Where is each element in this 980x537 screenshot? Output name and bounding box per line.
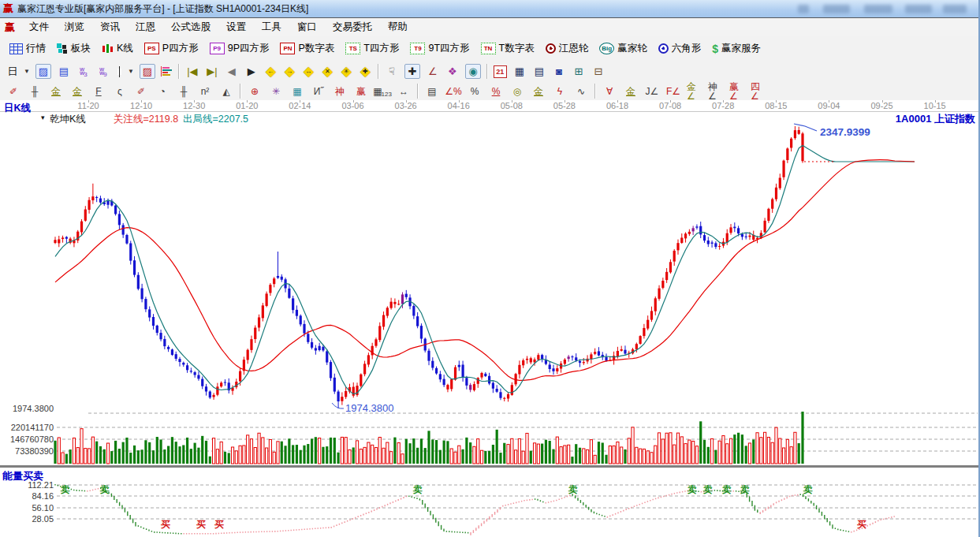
quotes-button[interactable]: 行情 (5, 39, 50, 58)
kline-chart-canvas[interactable]: 卖卖卖卖卖卖卖卖卖买买买买1974.3800220141170146760780… (0, 111, 980, 537)
menu-item-浏览[interactable]: 浏览 (57, 18, 92, 36)
menu-item-工具[interactable]: 工具 (254, 18, 289, 36)
t-number-table-button[interactable]: TNT数字表 (476, 39, 539, 58)
width-measure-icon[interactable]: ↔ (393, 84, 414, 99)
chart-area[interactable]: 卖卖卖卖卖卖卖卖卖买买买买1974.3800220141170146760780… (0, 111, 980, 537)
titlebar-control-blurred[interactable] (864, 5, 892, 13)
qiankun-kline-label[interactable]: 乾坤K线 (50, 113, 86, 126)
prev-bar-icon[interactable]: ◀ (222, 63, 241, 80)
shen-tool-icon[interactable]: 神 (330, 84, 350, 99)
titlebar-control-blurred[interactable] (943, 5, 967, 13)
f-angles-icon[interactable]: F∠ (663, 84, 684, 99)
calculator-icon[interactable]: ▦ (510, 63, 529, 80)
save-icon[interactable]: ◙ (550, 63, 568, 80)
volume-profile-icon[interactable] (158, 65, 175, 78)
sectors-button[interactable]: 板块 (52, 39, 95, 58)
winner-service-button[interactable]: $赢家服务 (707, 39, 766, 58)
gold-grid-1-icon[interactable]: 金 (46, 84, 66, 99)
grid-comb-icon[interactable]: ╫ (24, 84, 45, 99)
ying-angles-icon[interactable]: 赢∠ (727, 84, 747, 99)
spiral-icon[interactable]: ς (110, 84, 130, 99)
gann-flower-icon[interactable]: ❖ (443, 63, 462, 80)
j-angles-icon[interactable]: J∠ (642, 84, 662, 99)
gold-lines-icon[interactable]: 金 (528, 84, 549, 99)
t-square-button[interactable]: TST四方形 (341, 39, 404, 58)
p-number-table-button[interactable]: PNP数字表 (275, 39, 339, 58)
period-day-dropdown[interactable]: 日▼ (3, 63, 32, 80)
sell-signal: 卖 (60, 484, 70, 495)
star-burst-icon[interactable]: ✳ (266, 84, 286, 99)
flash-icon[interactable]: ϟ (550, 84, 570, 99)
expand-icon[interactable]: ◆✳ (337, 63, 356, 80)
time-clock-icon[interactable]: ◔ (152, 84, 173, 99)
title-bar[interactable]: 赢 赢家江恩专业版[赢家内部服务平台] - [上证指数 SH1A0001-234… (0, 0, 978, 18)
percent-line-icon[interactable]: % (486, 84, 506, 99)
shift-right-icon[interactable]: ◆→ (281, 63, 299, 80)
date-label-11-20: 11-20 (77, 101, 99, 110)
titlebar-control-blurred[interactable] (798, 5, 809, 13)
grid-123-icon[interactable]: ▦123 (372, 84, 393, 99)
calendar-21-icon[interactable]: 21 (491, 64, 509, 80)
nine-p-square-button[interactable]: P99P四方形 (205, 39, 274, 58)
hand-tool-icon[interactable]: ☟ (382, 63, 401, 80)
shift-left-icon[interactable]: ◆← (262, 63, 280, 80)
save-icon: ◙ (552, 65, 566, 78)
ying-tool-icon[interactable]: 赢 (351, 84, 371, 99)
gold-grid-2-icon[interactable]: 金 (67, 84, 88, 99)
cup-tool-icon[interactable]: ∀ (599, 84, 620, 99)
k9-lines-icon[interactable]: ʬ9 (94, 63, 113, 80)
hexagon-button[interactable]: 六角形 (654, 39, 706, 58)
angle-measure-icon[interactable]: ∠ (423, 63, 442, 80)
menu-item-设置[interactable]: 设置 (218, 18, 254, 36)
stats-percent-icon[interactable]: ▤ (422, 84, 442, 99)
gold-angles-icon[interactable]: 金∠ (684, 84, 705, 99)
k3-lines-icon[interactable]: ʬ3 (74, 63, 93, 80)
crosshair-tool-icon[interactable]: ✚ (402, 62, 423, 80)
menu-item-交易委托[interactable]: 交易委托 (325, 18, 380, 36)
notes-icon[interactable]: ▤ (530, 63, 549, 80)
menu-item-江恩[interactable]: 江恩 (128, 18, 163, 36)
red-target-icon[interactable]: ⊕ (244, 84, 265, 99)
next-bar-icon[interactable]: ▶ (242, 63, 261, 80)
wave-fit-icon[interactable]: ∿ (571, 84, 591, 99)
menu-item-文件[interactable]: 文件 (21, 18, 57, 36)
last-bar-icon[interactable]: ▶| (203, 63, 222, 80)
qiankun-box-icon[interactable]: ▨ (137, 62, 158, 80)
first-bar-icon[interactable]: |◀ (183, 63, 202, 80)
menu-item-帮助[interactable]: 帮助 (380, 18, 415, 36)
remote-pc-icon[interactable]: ⊟ (589, 63, 608, 80)
zoom-h-icon[interactable]: ◆↔ (300, 63, 318, 80)
gold-under-icon[interactable]: 金 (620, 84, 641, 99)
gann-wheel-button[interactable]: 江恩轮 (541, 39, 594, 58)
shen-angles-icon[interactable]: 神∠ (706, 84, 726, 99)
comb-2-icon[interactable]: ╫ (173, 84, 194, 99)
compress-icon[interactable]: ◆✕ (319, 63, 337, 80)
candle-style-dropdown[interactable]: ▼ (114, 65, 136, 79)
titlebar-control-blurred[interactable] (823, 5, 850, 13)
gold-circle-icon[interactable]: ◎ (507, 84, 527, 99)
net-grid-icon[interactable]: ▦ (287, 84, 307, 99)
titlebar-control-blurred[interactable] (905, 5, 932, 13)
ruler-brush-icon[interactable]: ✐ (131, 84, 151, 99)
menu-item-资讯[interactable]: 资讯 (92, 18, 128, 36)
menu-item-窗口[interactable]: 窗口 (289, 18, 325, 36)
smart-brain-icon[interactable]: ◉ (463, 62, 483, 80)
percent-icon[interactable]: % (464, 84, 485, 99)
four-angles-icon[interactable]: 四∠ (748, 84, 769, 99)
slope-percent-icon[interactable]: ∠% (443, 84, 464, 99)
scribble-chart-icon[interactable]: ▨ (33, 62, 54, 80)
full-view-icon[interactable]: ◆✚ (356, 63, 374, 80)
quote-doc-icon[interactable]: ▤ (54, 63, 73, 80)
network-icon[interactable]: ⊞ (569, 63, 588, 80)
n-square-icon[interactable]: n² (195, 84, 215, 99)
winner-wheel-button[interactable]: Big赢家轮 (594, 39, 652, 58)
brush-red-icon[interactable]: ✐ (3, 84, 24, 99)
indicator-name-label[interactable]: 能量买卖 (2, 469, 43, 483)
menu-item-公式选股[interactable]: 公式选股 (163, 18, 218, 36)
p-square-button[interactable]: PSP四方形 (140, 39, 203, 58)
nine-t-square-button[interactable]: T99T四方形 (405, 39, 474, 58)
triangle-rule-icon[interactable]: ◭ (216, 84, 237, 99)
fibo-grid-icon[interactable]: F (88, 84, 109, 99)
kline-button[interactable]: K线 (97, 39, 138, 58)
wave-mark-icon[interactable]: И˝ (308, 84, 329, 99)
